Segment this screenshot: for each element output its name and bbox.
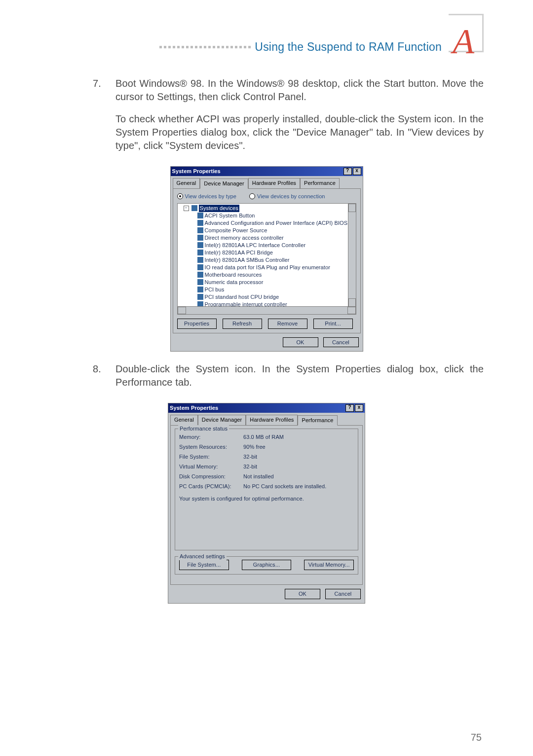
help-button[interactable]: ? (345, 404, 354, 412)
ok-button[interactable]: OK (285, 589, 320, 599)
tree-item[interactable]: Direct memory access controller (179, 234, 355, 242)
step-7: 7. Boot Windows® 98. In the Windows® 98 … (93, 77, 484, 161)
cancel-button[interactable]: Cancel (325, 589, 361, 599)
tree-item[interactable]: Numeric data processor (179, 279, 355, 286)
properties-button[interactable]: Properties (177, 319, 217, 329)
tree-item[interactable]: PCI bus (179, 286, 355, 293)
radio-label: View devices by connection (257, 193, 325, 200)
radio-view-by-type[interactable]: View devices by type (177, 193, 237, 200)
window-title: System Properties (170, 404, 344, 412)
step-8-para-1: Double-click the System icon. In the Sys… (115, 362, 484, 389)
file-system-button[interactable]: File System... (179, 560, 229, 570)
performance-note: Your system is configured for optimal pe… (179, 495, 354, 503)
titlebar[interactable]: System Properties ? x (168, 403, 365, 413)
tab-row: General Device Manager Hardware Profiles… (168, 413, 365, 425)
step-8: 8. Double-click the System icon. In the … (93, 362, 484, 398)
step-number: 8. (93, 362, 115, 398)
appendix-letter: A (453, 28, 474, 56)
step-7-para-1: Boot Windows® 98. In the Windows® 98 des… (115, 77, 484, 104)
perf-row: System Resources:90% free (179, 442, 354, 452)
ok-button[interactable]: OK (283, 337, 318, 348)
scroll-down-button[interactable] (348, 298, 356, 307)
device-tree[interactable]: − System devices ACPI System Button Adva… (177, 203, 356, 315)
header-dots (159, 46, 251, 48)
perf-row: PC Cards (PCMCIA):No PC Card sockets are… (179, 481, 354, 491)
tree-item[interactable]: IO read data port for ISA Plug and Play … (179, 264, 355, 271)
system-properties-performance-dialog: System Properties ? x General Device Man… (168, 403, 365, 603)
system-properties-device-manager-dialog: System Properties ? x General Device Man… (170, 166, 363, 352)
radio-label: View devices by type (185, 193, 237, 200)
advanced-settings-group: File System... Graphics... Virtual Memor… (175, 556, 358, 575)
tab-device-manager[interactable]: Device Manager (198, 415, 246, 425)
tree-item[interactable]: Composite Power Source (179, 227, 355, 234)
scroll-right-button[interactable] (347, 307, 356, 314)
step-7-para-2: To check whether ACPI was properly insta… (115, 112, 484, 152)
close-button[interactable]: x (355, 404, 363, 412)
tree-item[interactable]: PCI standard host CPU bridge (179, 293, 355, 301)
perf-row: File System:32-bit (179, 452, 354, 462)
page-number: 75 (471, 732, 482, 743)
close-button[interactable]: x (353, 168, 361, 175)
radio-view-by-connection[interactable]: View devices by connection (249, 193, 325, 200)
tree-item[interactable]: ACPI System Button (179, 212, 355, 219)
remove-button[interactable]: Remove (268, 319, 307, 329)
print-button[interactable]: Print... (313, 319, 353, 329)
tab-performance[interactable]: Performance (298, 415, 337, 426)
page-header: Using the Suspend to RAM Function A (49, 28, 484, 66)
horizontal-scrollbar[interactable] (178, 306, 356, 314)
tab-general[interactable]: General (170, 415, 198, 425)
tab-general[interactable]: General (173, 178, 200, 188)
tree-item[interactable]: Intel(r) 82801AA SMBus Controller (179, 256, 355, 264)
perf-row: Virtual Memory:32-bit (179, 462, 354, 471)
tree-item[interactable]: Intel(r) 82801AA PCI Bridge (179, 249, 355, 256)
scroll-up-button[interactable] (348, 204, 356, 212)
window-title: System Properties (172, 168, 343, 175)
step-number: 7. (93, 77, 115, 161)
perf-row: Disk Compression:Not installed (179, 471, 354, 481)
cancel-button[interactable]: Cancel (323, 337, 359, 348)
graphics-button[interactable]: Graphics... (242, 560, 292, 570)
titlebar[interactable]: System Properties ? x (171, 167, 363, 176)
virtual-memory-button[interactable]: Virtual Memory... (304, 560, 354, 570)
vertical-scrollbar[interactable] (348, 204, 356, 307)
help-button[interactable]: ? (343, 168, 352, 175)
tab-row: General Device Manager Hardware Profiles… (171, 176, 363, 188)
tree-item[interactable]: Intel(r) 82801AA LPC Interface Controlle… (179, 242, 355, 249)
appendix-badge: A (449, 28, 484, 66)
tree-item[interactable]: Motherboard resources (179, 271, 355, 279)
tab-performance[interactable]: Performance (300, 178, 340, 188)
perf-row: Memory:63.0 MB of RAM (179, 432, 354, 442)
scroll-left-button[interactable] (178, 307, 186, 314)
tab-hardware-profiles[interactable]: Hardware Profiles (246, 415, 298, 425)
section-title: Using the Suspend to RAM Function (255, 40, 442, 54)
tab-hardware-profiles[interactable]: Hardware Profiles (248, 178, 300, 188)
performance-status-group: Memory:63.0 MB of RAM System Resources:9… (175, 429, 358, 550)
refresh-button[interactable]: Refresh (223, 319, 262, 329)
tree-item[interactable]: Advanced Configuration and Power Interfa… (179, 219, 355, 227)
tree-root[interactable]: − System devices (179, 205, 355, 212)
tab-device-manager[interactable]: Device Manager (200, 179, 248, 189)
